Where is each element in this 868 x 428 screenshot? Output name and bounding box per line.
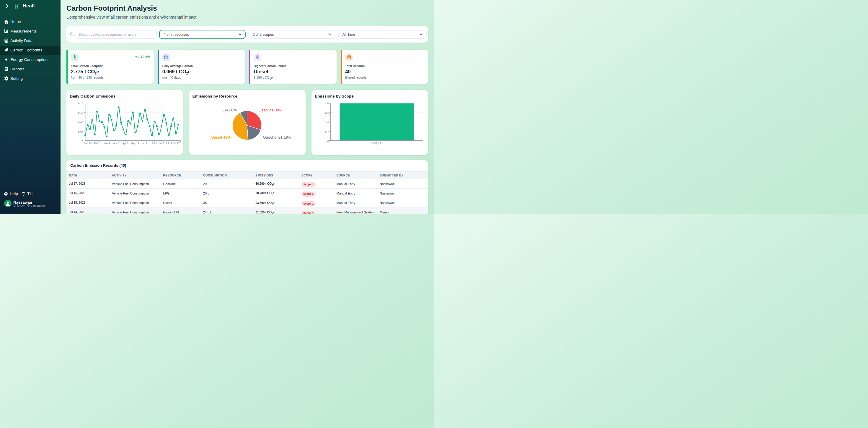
svg-text:2.1: 2.1	[325, 111, 329, 114]
svg-text:Mar 9: Mar 9	[104, 142, 110, 145]
svg-text:Jul 17: Jul 17	[173, 142, 180, 145]
svg-text:0.7: 0.7	[325, 130, 329, 133]
svg-text:Apr 3: Apr 3	[113, 142, 119, 145]
svg-text:Jan 10: Jan 10	[84, 142, 92, 145]
svg-text:0.04: 0.04	[78, 130, 83, 133]
svg-text:0: 0	[82, 140, 83, 142]
svg-text:Jun 21: Jun 21	[141, 142, 149, 145]
svg-text:Scope 1: Scope 1	[371, 142, 381, 145]
svg-text:Apr 7: Apr 7	[122, 142, 128, 145]
svg-text:Jul 1: Jul 1	[152, 142, 157, 145]
svg-text:0.16: 0.16	[78, 102, 83, 105]
svg-text:Diesel 43%: Diesel 43%	[211, 135, 231, 140]
svg-text:May 19: May 19	[131, 142, 139, 145]
svg-text:0: 0	[328, 140, 329, 142]
svg-text:Jul 7: Jul 7	[159, 142, 164, 145]
svg-text:2.8: 2.8	[325, 102, 329, 105]
svg-text:0.12: 0.12	[78, 111, 83, 114]
svg-text:1.4: 1.4	[325, 121, 329, 123]
svg-text:Gasoline 30%: Gasoline 30%	[259, 108, 283, 112]
svg-text:LPG 8%: LPG 8%	[223, 108, 237, 112]
svg-text:Feb 1: Feb 1	[94, 142, 101, 145]
svg-text:Gasohol 91 19%: Gasohol 91 19%	[263, 135, 292, 140]
svg-text:Jul 12: Jul 12	[165, 142, 172, 145]
svg-text:0.08: 0.08	[78, 121, 83, 123]
